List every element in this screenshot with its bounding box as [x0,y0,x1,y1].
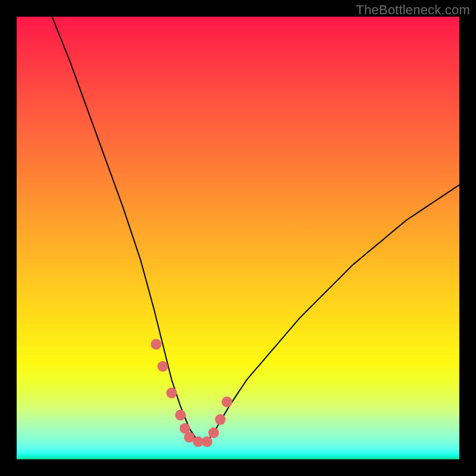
highlight-point [151,339,161,350]
highlight-point [175,410,186,421]
plot-area [17,17,459,459]
highlight-point [215,414,226,425]
highlight-point [166,387,177,398]
highlight-point [158,361,168,372]
highlight-point [202,436,212,447]
highlight-point [208,427,219,438]
highlight-point [221,396,232,407]
chart-stage: TheBottleneck.com [0,0,476,476]
watermark-text: TheBottleneck.com [356,2,470,18]
bottleneck-curve [52,17,459,441]
curve-svg [17,17,459,459]
